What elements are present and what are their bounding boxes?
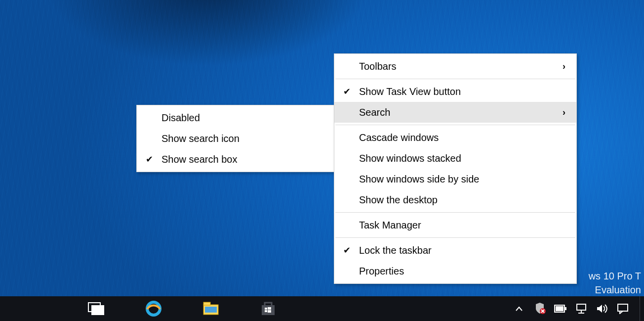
menu-item-show-side-by-side[interactable]: Show windows side by side bbox=[334, 169, 576, 189]
svg-rect-10 bbox=[268, 310, 271, 313]
watermark-line2: Evaluation bbox=[595, 284, 641, 295]
internet-explorer-icon[interactable] bbox=[141, 299, 166, 319]
menu-label: Disabled bbox=[161, 112, 324, 124]
file-explorer-icon[interactable] bbox=[199, 299, 223, 319]
svg-point-2 bbox=[147, 302, 160, 315]
svg-rect-13 bbox=[565, 307, 566, 310]
svg-rect-4 bbox=[203, 302, 210, 305]
menu-separator bbox=[335, 79, 575, 79]
menu-label: Cascade windows bbox=[359, 132, 565, 143]
menu-item-show-stacked[interactable]: Show windows stacked bbox=[334, 148, 576, 169]
menu-item-lock-taskbar[interactable]: Lock the taskbar bbox=[334, 240, 576, 261]
menu-item-search[interactable]: Search › bbox=[334, 102, 576, 123]
battery-icon[interactable] bbox=[554, 299, 567, 319]
submenu-arrow-icon: › bbox=[551, 61, 565, 72]
security-alert-icon[interactable] bbox=[533, 299, 547, 319]
svg-rect-15 bbox=[577, 304, 586, 310]
desktop-background[interactable]: ws 10 Pro T Evaluation Disabled Show sea… bbox=[0, 0, 644, 321]
svg-rect-7 bbox=[265, 308, 267, 310]
menu-separator bbox=[335, 237, 575, 238]
volume-icon[interactable] bbox=[595, 299, 609, 319]
menu-item-show-task-view[interactable]: Show Task View button bbox=[334, 81, 576, 102]
search-option-disabled[interactable]: Disabled bbox=[137, 107, 335, 128]
menu-label: Toolbars bbox=[359, 61, 551, 72]
svg-rect-5 bbox=[205, 307, 217, 313]
windows-store-icon[interactable] bbox=[256, 299, 281, 319]
check-icon bbox=[137, 154, 161, 165]
menu-item-toolbars[interactable]: Toolbars › bbox=[334, 56, 576, 77]
svg-rect-1 bbox=[92, 306, 104, 315]
network-icon[interactable] bbox=[574, 299, 588, 319]
check-icon bbox=[334, 86, 359, 97]
menu-item-properties[interactable]: Properties bbox=[334, 261, 576, 281]
svg-rect-8 bbox=[268, 307, 271, 310]
check-icon bbox=[334, 245, 359, 256]
menu-label: Show search icon bbox=[161, 133, 324, 144]
windows-watermark: ws 10 Pro T Evaluation bbox=[589, 269, 641, 297]
taskbar[interactable] bbox=[0, 296, 644, 321]
search-submenu: Disabled Show search icon Show search bo… bbox=[136, 105, 336, 172]
menu-item-task-manager[interactable]: Task Manager bbox=[334, 215, 576, 235]
menu-label: Search bbox=[359, 107, 551, 118]
search-option-show-box[interactable]: Show search box bbox=[137, 149, 335, 170]
menu-item-cascade-windows[interactable]: Cascade windows bbox=[334, 127, 576, 148]
watermark-line1: ws 10 Pro T bbox=[589, 271, 641, 281]
submenu-arrow-icon: › bbox=[551, 107, 565, 118]
menu-label: Lock the taskbar bbox=[359, 245, 565, 256]
svg-rect-9 bbox=[265, 310, 267, 312]
menu-label: Show search box bbox=[161, 154, 324, 165]
menu-item-show-desktop[interactable]: Show the desktop bbox=[334, 189, 576, 210]
action-center-icon[interactable] bbox=[616, 299, 630, 319]
menu-separator bbox=[335, 212, 575, 213]
menu-label: Show Task View button bbox=[359, 86, 565, 97]
task-view-icon[interactable] bbox=[84, 299, 109, 319]
system-tray bbox=[512, 296, 644, 321]
search-option-show-icon[interactable]: Show search icon bbox=[137, 128, 335, 149]
menu-label: Show windows stacked bbox=[359, 153, 565, 164]
menu-label: Show the desktop bbox=[359, 194, 565, 206]
tray-overflow-icon[interactable] bbox=[512, 299, 526, 319]
menu-label: Task Manager bbox=[359, 220, 565, 231]
taskbar-context-menu: Toolbars › Show Task View button Search … bbox=[334, 53, 577, 284]
taskbar-pinned-apps bbox=[0, 296, 281, 321]
menu-label: Show windows side by side bbox=[359, 174, 565, 185]
show-desktop-button[interactable] bbox=[640, 296, 644, 321]
svg-rect-18 bbox=[618, 304, 628, 311]
menu-label: Properties bbox=[359, 266, 565, 277]
menu-separator bbox=[335, 125, 575, 125]
svg-rect-14 bbox=[556, 306, 564, 311]
